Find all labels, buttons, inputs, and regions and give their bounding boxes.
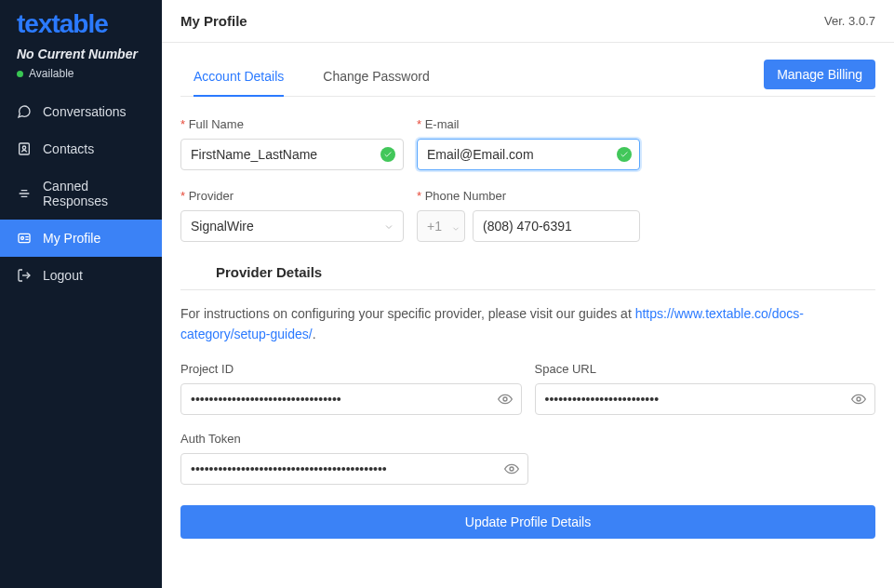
phone-input[interactable] bbox=[473, 210, 640, 242]
space-url-label: Space URL bbox=[535, 362, 876, 376]
svg-point-3 bbox=[21, 237, 24, 240]
tab-account-details[interactable]: Account Details bbox=[193, 58, 284, 97]
status-dot-icon bbox=[17, 71, 23, 77]
phone-prefix-select[interactable] bbox=[417, 210, 465, 242]
space-url-input[interactable] bbox=[535, 383, 876, 415]
auth-token-input[interactable] bbox=[180, 453, 528, 485]
update-profile-button[interactable]: Update Profile Details bbox=[180, 505, 875, 539]
sidebar-item-label: Conversations bbox=[43, 104, 127, 119]
current-number: No Current Number bbox=[0, 47, 162, 67]
manage-billing-button[interactable]: Manage Billing bbox=[764, 60, 875, 89]
logout-icon bbox=[17, 268, 32, 283]
provider-label: Provider bbox=[180, 189, 404, 203]
sidebar-item-label: Logout bbox=[43, 268, 83, 283]
project-id-label: Project ID bbox=[180, 362, 522, 376]
chat-icon bbox=[17, 104, 32, 119]
section-divider: Provider Details bbox=[180, 264, 875, 290]
provider-details-title: Provider Details bbox=[180, 264, 875, 289]
svg-point-5 bbox=[503, 397, 507, 401]
sidebar: textable No Current Number Available Con… bbox=[0, 0, 162, 588]
provider-instructions: For instructions on configuring your spe… bbox=[180, 303, 875, 345]
page-title: My Profile bbox=[180, 13, 247, 29]
profile-icon bbox=[17, 231, 32, 246]
eye-icon[interactable] bbox=[851, 392, 866, 407]
sidebar-item-label: My Profile bbox=[43, 231, 100, 246]
phone-label: Phone Number bbox=[417, 189, 640, 203]
eye-icon[interactable] bbox=[504, 461, 519, 476]
svg-point-1 bbox=[22, 146, 25, 149]
check-icon bbox=[380, 147, 395, 162]
canned-icon bbox=[17, 186, 32, 201]
provider-select[interactable] bbox=[180, 210, 404, 242]
check-icon bbox=[617, 147, 632, 162]
sidebar-item-label: Contacts bbox=[43, 141, 94, 156]
auth-token-label: Auth Token bbox=[180, 432, 528, 446]
sidebar-item-contacts[interactable]: Contacts bbox=[0, 130, 162, 167]
version-text: Ver. 3.0.7 bbox=[824, 14, 875, 28]
email-input[interactable] bbox=[417, 139, 640, 170]
project-id-input[interactable] bbox=[180, 383, 522, 415]
brand-text: textable bbox=[17, 9, 108, 38]
sidebar-item-canned[interactable]: Canned Responses bbox=[0, 167, 162, 220]
instructions-text: For instructions on configuring your spe… bbox=[180, 306, 635, 321]
status-text: Available bbox=[29, 67, 73, 80]
content: Account Details Change Password Manage B… bbox=[162, 43, 894, 561]
main-area: My Profile Ver. 3.0.7 Account Details Ch… bbox=[162, 0, 894, 588]
top-bar: My Profile Ver. 3.0.7 bbox=[162, 0, 894, 43]
eye-icon[interactable] bbox=[498, 392, 513, 407]
email-label: E-mail bbox=[417, 117, 640, 131]
svg-point-7 bbox=[510, 467, 514, 471]
tab-change-password[interactable]: Change Password bbox=[323, 58, 429, 97]
status: Available bbox=[0, 67, 162, 93]
sidebar-item-label: Canned Responses bbox=[43, 179, 145, 208]
brand-logo: textable bbox=[0, 0, 162, 47]
contacts-icon bbox=[17, 141, 32, 156]
sidebar-item-conversations[interactable]: Conversations bbox=[0, 93, 162, 130]
sidebar-item-profile[interactable]: My Profile bbox=[0, 220, 162, 257]
sidebar-item-logout[interactable]: Logout bbox=[0, 257, 162, 294]
tabs-row: Account Details Change Password Manage B… bbox=[180, 58, 875, 97]
fullname-input[interactable] bbox=[180, 139, 404, 170]
svg-point-6 bbox=[857, 397, 861, 401]
fullname-label: Full Name bbox=[180, 117, 404, 131]
